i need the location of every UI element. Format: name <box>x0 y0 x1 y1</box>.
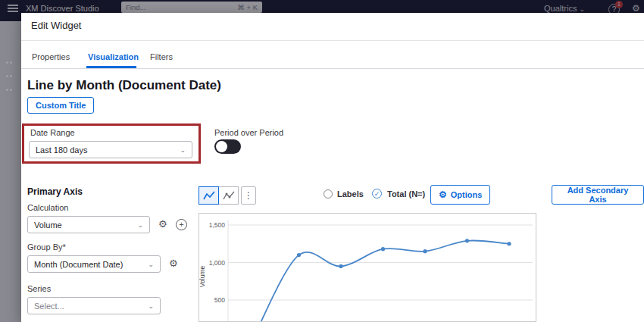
options-button-label: Options <box>451 190 483 199</box>
dotted-line-chart-icon <box>223 190 235 201</box>
tab-filters[interactable]: Filters <box>150 52 173 61</box>
date-range-label: Date Range <box>30 128 75 137</box>
group-by-label: Group By* <box>27 242 66 252</box>
tab-properties[interactable]: Properties <box>32 52 70 61</box>
line-chart: 1,5001,000500 <box>199 214 536 322</box>
modal-title: Edit Widget <box>31 20 81 31</box>
chevron-down-icon: ⌄ <box>180 146 186 154</box>
calculation-value: Volume <box>34 220 62 230</box>
toggle-knob <box>216 141 227 152</box>
chart-options-kebab-icon[interactable]: ⋮ <box>241 186 256 205</box>
series-select[interactable]: Select... ⌄ <box>27 297 161 314</box>
edit-widget-modal: Edit Widget Properties Visualization Fil… <box>21 13 644 322</box>
date-range-select[interactable]: Last 180 days ⌄ <box>29 141 192 158</box>
add-metric-plus-icon[interactable]: + <box>176 219 187 230</box>
options-button[interactable]: ⚙ Options <box>430 185 490 205</box>
spline-chart-type-button[interactable] <box>218 186 239 205</box>
labels-radio[interactable] <box>324 189 333 199</box>
series-label: Series <box>27 284 51 293</box>
chart-preview-panel: Volume 1,5001,000500 <box>199 213 536 322</box>
svg-text:500: 500 <box>214 296 225 304</box>
divider <box>21 40 644 41</box>
series-placeholder: Select... <box>34 302 64 311</box>
widget-title: Line by Month (Document Date) <box>27 78 221 93</box>
custom-title-button[interactable]: Custom Title <box>27 97 94 114</box>
chevron-down-icon: ⌄ <box>137 221 143 229</box>
drag-handle-icon[interactable] <box>5 54 13 95</box>
screen: XM Discover Studio Find... ⌘ + K Qualtri… <box>0 0 644 322</box>
svg-text:1,000: 1,000 <box>209 259 226 267</box>
chevron-down-icon: ⌄ <box>148 261 154 268</box>
svg-text:1,500: 1,500 <box>209 221 226 229</box>
labels-radio-label: Labels <box>337 189 364 199</box>
calculation-settings-gear-icon[interactable]: ⚙ <box>158 218 167 230</box>
add-secondary-axis-button[interactable]: Add Secondary Axis <box>552 185 644 205</box>
gear-icon: ⚙ <box>439 189 447 200</box>
total-label: Total (N=) <box>387 189 425 199</box>
line-chart-type-button[interactable] <box>199 186 219 205</box>
primary-axis-section-title: Primary Axis <box>27 186 83 197</box>
total-check-icon[interactable]: ✓ <box>372 189 382 199</box>
group-by-value: Month (Document Date) <box>34 260 123 269</box>
line-chart-icon <box>203 190 215 201</box>
chevron-down-icon: ⌄ <box>148 302 154 310</box>
calculation-label: Calculation <box>27 203 68 212</box>
divider <box>21 68 644 69</box>
date-range-value: Last 180 days <box>36 145 88 155</box>
calculation-select[interactable]: Volume ⌄ <box>27 216 150 233</box>
y-axis-title: Volume <box>199 266 206 287</box>
period-over-period-label: Period over Period <box>214 128 283 137</box>
group-by-settings-gear-icon[interactable]: ⚙ <box>169 258 178 269</box>
group-by-select[interactable]: Month (Document Date) ⌄ <box>27 255 161 273</box>
tab-visualization[interactable]: Visualization <box>88 52 139 61</box>
period-over-period-toggle[interactable] <box>214 139 241 154</box>
